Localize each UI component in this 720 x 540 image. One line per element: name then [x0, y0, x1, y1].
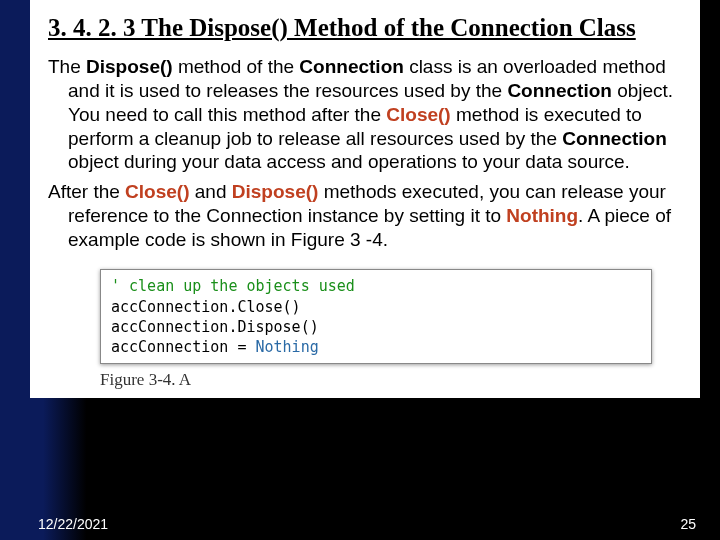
- slide: 3. 4. 2. 3 The Dispose() Method of the C…: [0, 0, 720, 540]
- figure-caption: Figure 3-4. A: [100, 370, 682, 390]
- paragraph-1: The Dispose() method of the Connection c…: [48, 55, 682, 174]
- term-connection: Connection: [507, 80, 612, 101]
- paragraph-2: After the Close() and Dispose() methods …: [48, 180, 682, 251]
- term-close: Close(): [386, 104, 450, 125]
- code-comment: ' clean up the objects used: [111, 276, 641, 296]
- code-line: accConnection.Dispose(): [111, 317, 641, 337]
- text: The: [48, 56, 86, 77]
- code-example: ' clean up the objects used accConnectio…: [100, 269, 652, 364]
- section-heading: 3. 4. 2. 3 The Dispose() Method of the C…: [48, 12, 682, 43]
- term-connection: Connection: [562, 128, 667, 149]
- term-dispose: Dispose(): [86, 56, 173, 77]
- term-close: Close(): [125, 181, 189, 202]
- footer-date: 12/22/2021: [38, 516, 108, 532]
- text: method of the: [173, 56, 300, 77]
- code-keyword: Nothing: [256, 338, 319, 356]
- content-area: 3. 4. 2. 3 The Dispose() Method of the C…: [30, 0, 700, 398]
- code-line: accConnection.Close(): [111, 297, 641, 317]
- footer-page-number: 25: [680, 516, 696, 532]
- term-dispose: Dispose(): [232, 181, 319, 202]
- term-connection: Connection: [299, 56, 404, 77]
- code-text: accConnection =: [111, 338, 256, 356]
- text: object during your data access and opera…: [68, 151, 630, 172]
- code-line: accConnection = Nothing: [111, 337, 641, 357]
- term-nothing: Nothing: [506, 205, 578, 226]
- text: and: [190, 181, 232, 202]
- text: After the: [48, 181, 125, 202]
